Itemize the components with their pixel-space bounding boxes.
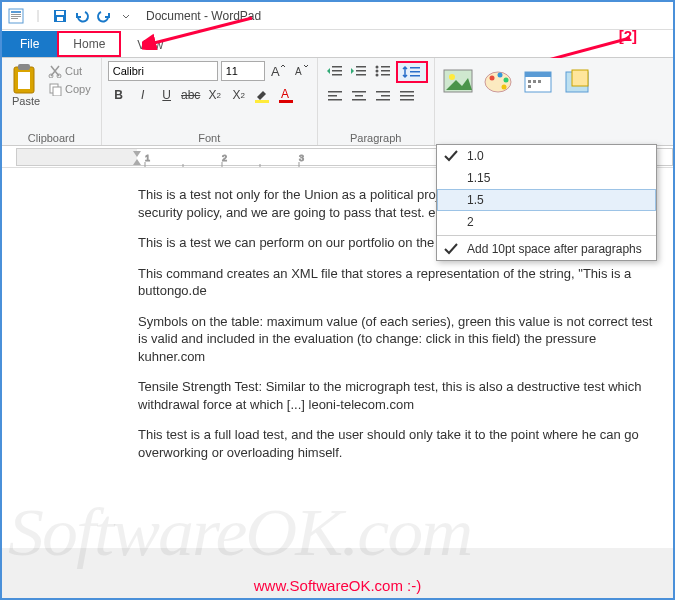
datetime-button[interactable] [521, 65, 555, 99]
qat-dropdown-icon[interactable] [116, 6, 136, 26]
align-right-button[interactable] [372, 86, 394, 106]
italic-button[interactable]: I [132, 84, 154, 106]
increase-indent-button[interactable] [348, 61, 370, 81]
svg-rect-35 [410, 67, 420, 69]
paragraph-group-label: Paragraph [324, 131, 428, 144]
font-color-icon: A [278, 87, 296, 103]
subscript-button[interactable]: X2 [204, 84, 226, 106]
line-spacing-button[interactable] [396, 61, 428, 83]
svg-rect-33 [381, 70, 390, 72]
menu-separator [437, 235, 656, 236]
tab-home[interactable]: Home [57, 31, 121, 57]
paint-icon [482, 68, 514, 96]
svg-point-53 [489, 76, 494, 81]
svg-rect-24 [332, 70, 342, 72]
shrink-font-button[interactable]: A [291, 61, 311, 81]
spacing-option-1-15[interactable]: 1.15 [437, 167, 656, 189]
undo-icon[interactable] [72, 6, 92, 26]
font-name-select[interactable] [108, 61, 218, 81]
svg-rect-38 [328, 91, 342, 93]
svg-rect-26 [356, 66, 366, 68]
title-bar: Document - WordPad [2, 2, 673, 30]
picture-icon [442, 68, 474, 96]
svg-point-51 [449, 74, 455, 80]
svg-text:A: A [271, 64, 280, 79]
cut-button[interactable]: Cut [46, 63, 93, 79]
svg-rect-13 [18, 72, 30, 89]
font-size-select[interactable] [221, 61, 265, 81]
ribbon: Paste Cut Copy Clipboard A A B I U abc X… [2, 58, 673, 146]
spacing-2-label: 2 [467, 215, 474, 229]
superscript-button[interactable]: X2 [228, 84, 250, 106]
strikethrough-button[interactable]: abc [180, 84, 202, 106]
add-space-label: Add 10pt space after paragraphs [467, 242, 642, 256]
paste-button[interactable]: Paste [8, 61, 44, 131]
svg-rect-60 [533, 80, 536, 83]
align-center-button[interactable] [348, 86, 370, 106]
underline-button[interactable]: U [156, 84, 178, 106]
picture-button[interactable] [441, 65, 475, 99]
bullet-list-button[interactable] [372, 61, 394, 81]
svg-point-54 [497, 73, 502, 78]
cut-label: Cut [65, 65, 82, 77]
svg-text:A: A [281, 87, 289, 101]
align-left-button[interactable] [324, 86, 346, 106]
copy-label: Copy [65, 83, 91, 95]
svg-rect-25 [332, 74, 342, 76]
doc-paragraph: This test is a full load test, and the u… [138, 426, 663, 461]
decrease-indent-button[interactable] [324, 61, 346, 81]
spacing-option-1[interactable]: 1.0 [437, 145, 656, 167]
app-icon[interactable] [6, 6, 26, 26]
quick-access-toolbar [6, 6, 136, 26]
check-icon [443, 241, 459, 257]
svg-rect-47 [400, 91, 414, 93]
svg-rect-7 [56, 11, 64, 15]
add-space-option[interactable]: Add 10pt space after paragraphs [437, 238, 656, 260]
highlight-button[interactable] [252, 84, 274, 106]
annotation-2: [2] [619, 27, 637, 44]
svg-text:3: 3 [299, 153, 304, 163]
spacing-option-2[interactable]: 2 [437, 211, 656, 233]
svg-point-55 [503, 78, 508, 83]
svg-rect-12 [18, 64, 30, 70]
group-paragraph: Paragraph [318, 58, 435, 145]
redo-icon[interactable] [94, 6, 114, 26]
datetime-icon [522, 68, 554, 96]
font-color-button[interactable]: A [276, 84, 298, 106]
bold-button[interactable]: B [108, 84, 130, 106]
copy-icon [48, 82, 62, 96]
doc-paragraph: Tensile Strength Test: Similar to the mi… [138, 378, 663, 413]
tab-file[interactable]: File [2, 31, 57, 57]
spacing-option-1-5[interactable]: 1.5 [437, 189, 656, 211]
justify-button[interactable] [396, 86, 418, 106]
svg-rect-59 [528, 80, 531, 83]
svg-rect-20 [255, 100, 269, 103]
line-spacing-menu: 1.0 1.15 1.5 2 Add 10pt space after para… [436, 144, 657, 261]
spacing-15-label: 1.5 [467, 193, 484, 207]
svg-rect-1 [11, 11, 21, 13]
group-font: A A B I U abc X2 X2 A Font [102, 58, 318, 145]
svg-point-30 [375, 70, 378, 73]
svg-text:2: 2 [222, 153, 227, 163]
svg-rect-64 [572, 70, 588, 86]
svg-rect-48 [400, 95, 414, 97]
font-group-label: Font [108, 131, 311, 144]
svg-rect-49 [400, 99, 414, 101]
paste-icon [10, 63, 42, 95]
svg-line-9 [150, 18, 252, 44]
paint-button[interactable] [481, 65, 515, 99]
copy-button[interactable]: Copy [46, 81, 93, 97]
doc-paragraph: Symbols on the table: maximum value (of … [138, 313, 663, 366]
svg-rect-17 [53, 87, 61, 96]
svg-rect-41 [352, 91, 366, 93]
svg-rect-32 [381, 66, 390, 68]
svg-rect-3 [11, 16, 21, 17]
svg-text:1: 1 [145, 153, 150, 163]
svg-rect-42 [355, 95, 363, 97]
object-icon [562, 68, 594, 96]
object-button[interactable] [561, 65, 595, 99]
grow-font-button[interactable]: A [268, 61, 288, 81]
svg-rect-62 [528, 85, 531, 88]
save-icon[interactable] [50, 6, 70, 26]
svg-point-56 [501, 85, 506, 90]
